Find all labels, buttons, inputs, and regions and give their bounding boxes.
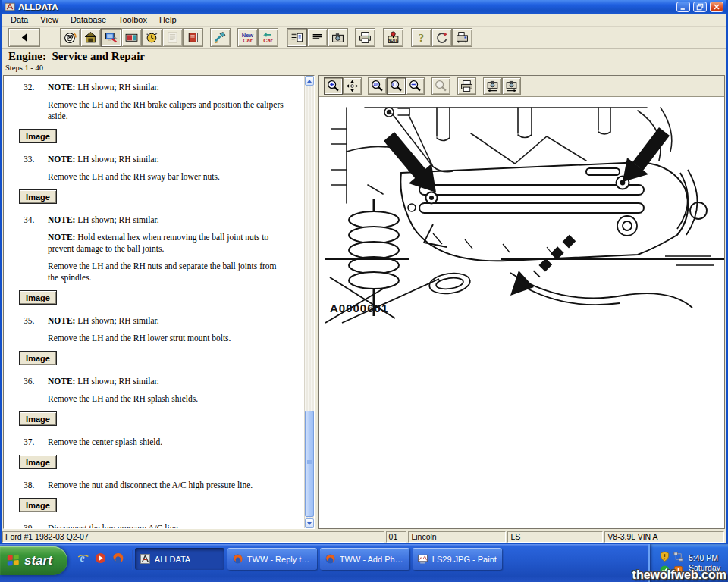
back-button[interactable] xyxy=(8,28,40,47)
note-label: NOTE: xyxy=(48,215,75,224)
note-button[interactable]: NOTE xyxy=(383,28,403,47)
refresh-icon xyxy=(435,31,448,44)
pan-button[interactable] xyxy=(343,77,362,95)
status-field-3: LS xyxy=(507,531,603,543)
refresh-button[interactable] xyxy=(431,28,452,47)
step-34: 34.NOTE: LH shown; RH similar.NOTE: Hold… xyxy=(4,214,301,305)
step-line: 38.Remove the nut and disconnect the A/C… xyxy=(4,480,301,491)
tools-icon xyxy=(214,31,227,44)
left-panel-scrollbar[interactable] xyxy=(304,76,314,528)
step-text: Remove the nut and disconnect the A/C hi… xyxy=(48,480,301,491)
step-number: 38. xyxy=(24,480,48,491)
step-text: NOTE: LH shown; RH similar. xyxy=(48,154,301,165)
garage-button[interactable] xyxy=(80,28,101,47)
menu-data[interactable]: Data xyxy=(5,15,34,24)
scroll-up-button[interactable] xyxy=(305,76,314,86)
zoom-100-button[interactable]: 100 xyxy=(368,77,387,95)
note-label: NOTE: xyxy=(48,83,75,92)
step-line: 33.NOTE: LH shown; RH similar. xyxy=(4,154,301,165)
firefox-icon xyxy=(325,553,336,565)
firefox-icon[interactable] xyxy=(111,552,124,565)
task-tww-add-photos-[interactable]: TWW - Add Photos - ... xyxy=(320,548,410,570)
status-field-1: 01 xyxy=(386,531,407,543)
image-button[interactable]: Image xyxy=(19,411,57,426)
image-button[interactable]: Image xyxy=(19,498,57,512)
viewer-toolbar: 100 xyxy=(319,76,724,97)
maintenance-button[interactable] xyxy=(142,28,162,47)
fax-icon xyxy=(456,31,469,44)
title-bar: ALLDATA xyxy=(2,0,726,14)
menu-view[interactable]: View xyxy=(34,15,64,24)
scrollbar-thumb[interactable] xyxy=(305,411,314,517)
task-label: LS29.JPG - Paint xyxy=(432,555,497,564)
print-image-icon xyxy=(460,80,473,92)
status-field-0: Ford #1 1982-03 Q2-07 xyxy=(2,531,384,543)
print-image-button[interactable] xyxy=(457,77,476,95)
fax-button[interactable] xyxy=(452,28,472,47)
back-icon xyxy=(18,31,31,44)
main-toolbar: NewCarCarNOTE? xyxy=(2,27,726,49)
image-button[interactable]: Image xyxy=(19,351,57,365)
assistant-button[interactable] xyxy=(60,28,80,47)
tsb-icon xyxy=(125,31,138,44)
page-subtitle: Steps 1 - 40 xyxy=(5,64,726,72)
diagram-arrow-left xyxy=(384,132,436,192)
zoom-out-button[interactable] xyxy=(406,77,425,95)
step-text: NOTE: LH shown; RH similar. xyxy=(48,214,301,226)
zoom-fit-button[interactable] xyxy=(387,77,406,95)
step-35: 35.NOTE: LH shown; RH similar.Remove the… xyxy=(4,315,301,365)
image-view-button[interactable] xyxy=(328,28,348,47)
start-button[interactable]: start xyxy=(0,546,67,575)
tools-button[interactable] xyxy=(210,28,231,47)
menu-bar: DataViewDatabaseToolboxHelp xyxy=(2,14,726,27)
task-buttons: ALLDATATWW - Reply to Topic...TWW - Add … xyxy=(135,548,505,570)
window-title: ALLDATA xyxy=(18,2,673,11)
quick-launch: e xyxy=(77,552,124,565)
menu-toolbox[interactable]: Toolbox xyxy=(112,15,153,24)
scroll-down-button[interactable] xyxy=(305,518,314,528)
new-car-button[interactable]: NewCar xyxy=(237,28,258,47)
media-player-icon[interactable] xyxy=(94,552,107,565)
notes-button[interactable] xyxy=(162,28,183,47)
next-image-button[interactable] xyxy=(502,77,521,95)
scroll-up-icon xyxy=(307,80,312,83)
tray-network-icon[interactable] xyxy=(673,551,684,562)
book-button[interactable] xyxy=(183,28,203,47)
step-number: 33. xyxy=(24,154,48,165)
task-tww-reply-to-topic-[interactable]: TWW - Reply to Topic... xyxy=(228,548,317,570)
text-view-button[interactable] xyxy=(307,28,328,47)
diagram-dashed-arrow xyxy=(510,238,573,296)
taskbar: start e ALLDATATWW - Reply to Topic...TW… xyxy=(0,544,728,582)
task-alldata[interactable]: ALLDATA xyxy=(135,548,224,570)
page-title: Engine: Service and Repair xyxy=(8,50,726,63)
internet-explorer-icon[interactable]: e xyxy=(77,552,89,565)
status-bar: Ford #1 1982-03 Q2-0701LincolnLSV8-3.9L … xyxy=(2,530,726,543)
help-button[interactable]: ? xyxy=(411,28,431,47)
step-number: 39. xyxy=(24,523,48,528)
menu-database[interactable]: Database xyxy=(64,15,112,24)
close-button[interactable] xyxy=(710,2,723,12)
menu-help[interactable]: Help xyxy=(153,15,183,24)
minimize-button[interactable] xyxy=(676,2,690,12)
image-button[interactable]: Image xyxy=(19,455,57,469)
step-body: Remove the LH and the RH lower strut mou… xyxy=(48,333,289,344)
step-line: 34.NOTE: LH shown; RH similar. xyxy=(4,214,301,226)
restore-button[interactable] xyxy=(693,2,707,12)
tsb-button[interactable] xyxy=(121,28,142,47)
article-list-button[interactable] xyxy=(287,28,307,47)
task-ls29-jpg-paint[interactable]: LS29.JPG - Paint xyxy=(413,548,502,570)
step-number: 32. xyxy=(24,82,48,93)
book-icon xyxy=(187,31,199,44)
tray-security-shield-icon[interactable] xyxy=(659,551,670,562)
zoom-select-button[interactable] xyxy=(431,77,450,95)
previous-image-button[interactable] xyxy=(483,77,502,95)
zoom-in-button[interactable] xyxy=(324,77,343,95)
change-car-button[interactable]: Car xyxy=(258,28,278,47)
image-button[interactable]: Image xyxy=(19,129,57,143)
image-button[interactable]: Image xyxy=(19,189,57,204)
image-button[interactable]: Image xyxy=(19,290,57,305)
print-button[interactable] xyxy=(355,28,375,47)
note-label: NOTE: xyxy=(48,155,75,164)
print-icon xyxy=(359,31,372,44)
vehicle-repair-button[interactable] xyxy=(101,28,121,47)
